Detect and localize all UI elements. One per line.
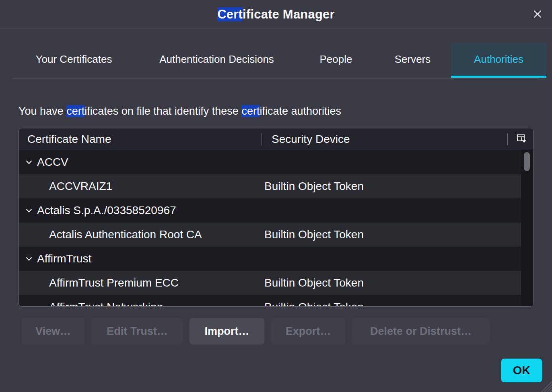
tab-servers[interactable]: Servers	[374, 43, 451, 78]
close-icon	[531, 8, 544, 22]
security-device-cell: Builtin Object Token	[264, 228, 364, 241]
edit-trust-button[interactable]: Edit Trust…	[91, 318, 183, 345]
tab-strip: Your CertificatesAuthentication Decision…	[12, 43, 546, 78]
text-segment: You have	[19, 105, 66, 117]
dialog-title: Certificate Manager	[217, 7, 335, 22]
tree-row-affirmtrust-premium-ecc[interactable]: AffirmTrust Premium ECCBuiltin Object To…	[19, 271, 533, 295]
text-segment: ificate authorities	[260, 105, 341, 117]
tab-authentication-decisions[interactable]: Authentication Decisions	[136, 43, 298, 78]
tree-row-affirmtrust-networking[interactable]: AffirmTrust NetworkingBuiltin Object Tok…	[19, 295, 533, 306]
security-device-cell: Builtin Object Token	[264, 276, 364, 289]
tab-label: Authorities	[474, 53, 523, 66]
tree-row-accv[interactable]: ACCV	[19, 150, 533, 174]
action-button-row: View…Edit Trust…Import…Export…Delete or …	[21, 318, 490, 345]
chevron-down-icon[interactable]	[25, 254, 34, 263]
table-scrollbar-track[interactable]	[521, 150, 533, 306]
column-header-certificate-name[interactable]: Certificate Name	[19, 133, 111, 146]
column-divider	[507, 133, 508, 145]
delete-or-distrust-button[interactable]: Delete or Distrust…	[352, 318, 490, 345]
tab-label: Authentication Decisions	[159, 53, 274, 66]
tree-row-accvraiz1[interactable]: ACCVRAIZ1Builtin Object Token	[19, 174, 533, 198]
tab-your-certificates[interactable]: Your Certificates	[12, 43, 136, 78]
tab-strip-divider	[12, 78, 539, 78]
tab-authorities[interactable]: Authorities	[451, 43, 546, 78]
chevron-down-icon[interactable]	[25, 206, 34, 215]
column-picker-icon	[517, 134, 527, 145]
table-header: Certificate Name Security Device	[19, 128, 533, 150]
certificate-name-cell: ACCVRAIZ1	[19, 180, 112, 193]
find-highlight: cert	[241, 105, 260, 117]
find-highlight: cert	[66, 105, 84, 117]
tab-people[interactable]: People	[298, 43, 374, 78]
certificate-manager-dialog: Certificate Manager Your CertificatesAut…	[0, 0, 552, 392]
table-body: ACCVACCVRAIZ1Builtin Object TokenActalis…	[19, 150, 533, 306]
certificate-name-cell: Actalis Authentication Root CA	[19, 228, 202, 241]
tab-label: People	[320, 53, 352, 66]
resize-grip-icon[interactable]	[538, 378, 552, 392]
certificate-name-cell: AffirmTrust Networking	[19, 301, 163, 306]
certificate-name-cell: AffirmTrust Premium ECC	[19, 276, 179, 289]
chevron-down-icon[interactable]	[25, 158, 34, 167]
view-button[interactable]: View…	[21, 318, 85, 345]
import-button[interactable]: Import…	[189, 318, 264, 345]
certificate-name-cell: Actalis S.p.A./03358520967	[19, 204, 176, 217]
tree-row-affirmtrust[interactable]: AffirmTrust	[19, 247, 533, 271]
tree-row-actalis-s-p-a-03358520967[interactable]: Actalis S.p.A./03358520967	[19, 198, 533, 223]
export-button[interactable]: Export…	[271, 318, 346, 345]
column-header-security-device[interactable]: Security Device	[272, 133, 350, 146]
column-divider[interactable]	[262, 133, 262, 145]
description: You have certificates on file that ident…	[19, 105, 341, 118]
security-device-cell: Builtin Object Token	[264, 301, 364, 306]
ok-button[interactable]: OK	[501, 359, 542, 382]
security-device-cell: Builtin Object Token	[264, 180, 364, 193]
certificates-table: Certificate Name Security Device ACCVACC…	[19, 128, 533, 307]
tab-label: Servers	[395, 53, 431, 66]
close-button[interactable]	[530, 7, 545, 22]
tree-rows: ACCVACCVRAIZ1Builtin Object TokenActalis…	[19, 150, 533, 306]
titlebar: Certificate Manager	[0, 0, 552, 29]
text-segment: ificates on file that identify these	[84, 105, 241, 117]
tab-label: Your Certificates	[36, 53, 112, 66]
table-scrollbar-thumb[interactable]	[524, 152, 530, 171]
find-highlight: Cert	[217, 7, 243, 21]
column-picker-button[interactable]	[514, 133, 530, 146]
text-segment: ificate Manager	[243, 7, 335, 21]
tree-row-actalis-authentication-root-ca[interactable]: Actalis Authentication Root CABuiltin Ob…	[19, 223, 533, 247]
